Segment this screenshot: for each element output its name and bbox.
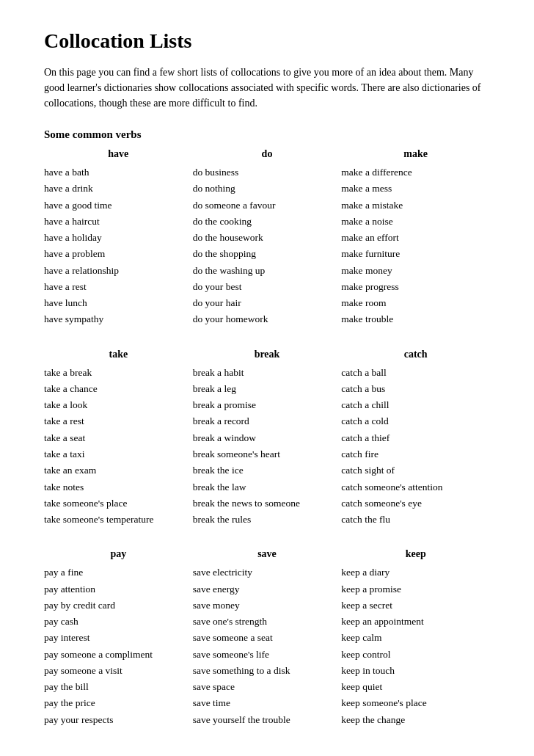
- col-save-header: save: [193, 548, 342, 560]
- col-break-header: break: [193, 349, 342, 360]
- list-item: break a leg: [193, 381, 342, 397]
- list-item: keep a diary: [341, 564, 490, 581]
- page-title: Collocation Lists: [44, 29, 490, 53]
- list-item: pay interest: [44, 630, 193, 646]
- list-item: catch someone's attention: [341, 479, 490, 495]
- list-item: make a mess: [341, 181, 490, 197]
- list-item: have a bath: [44, 164, 193, 181]
- list-item: make money: [341, 263, 490, 279]
- list-item: do the housework: [193, 230, 342, 246]
- list-item: have a rest: [44, 279, 193, 295]
- list-item: save someone a seat: [193, 630, 342, 646]
- list-item: do someone a favour: [193, 197, 342, 214]
- col-catch-header: catch: [341, 349, 490, 360]
- list-item: have a holiday: [44, 230, 193, 246]
- list-item: pay someone a compliment: [44, 647, 193, 663]
- list-item: save time: [193, 695, 342, 711]
- list-item: pay by credit card: [44, 597, 193, 614]
- col-break: break break a habit break a leg break a …: [193, 349, 342, 528]
- list-item: keep someone's place: [341, 695, 490, 711]
- col-make: make make a difference make a mess make …: [341, 148, 490, 328]
- list-item: take a look: [44, 397, 193, 413]
- list-item: do your homework: [193, 311, 342, 327]
- list-item: save money: [193, 597, 342, 614]
- list-item: do your hair: [193, 295, 342, 311]
- list-item: pay your respects: [44, 712, 193, 728]
- col-catch-list: catch a ball catch a bus catch a chill c…: [341, 365, 490, 528]
- list-item: pay someone a visit: [44, 663, 193, 679]
- list-item: take a taxi: [44, 446, 193, 462]
- col-make-list: make a difference make a mess make a mis…: [341, 164, 490, 328]
- list-item: make an effort: [341, 230, 490, 246]
- list-item: take notes: [44, 479, 193, 495]
- list-item: have sympathy: [44, 311, 193, 327]
- list-item: have lunch: [44, 295, 193, 311]
- list-item: do the cooking: [193, 214, 342, 230]
- list-item: save energy: [193, 581, 342, 597]
- list-item: break the law: [193, 479, 342, 495]
- list-item: catch the flu: [341, 512, 490, 528]
- col-keep: keep keep a diary keep a promise keep a …: [341, 548, 490, 728]
- group-pay-save-keep: pay pay a fine pay attention pay by cred…: [44, 548, 490, 728]
- list-item: break a promise: [193, 397, 342, 413]
- col-catch: catch catch a ball catch a bus catch a c…: [341, 349, 490, 528]
- list-item: keep a promise: [341, 581, 490, 597]
- list-item: do nothing: [193, 181, 342, 197]
- list-item: break the news to someone: [193, 495, 342, 512]
- group-take-break-catch: take take a break take a chance take a l…: [44, 349, 490, 528]
- list-item: keep in touch: [341, 663, 490, 679]
- list-item: save one's strength: [193, 614, 342, 630]
- col-do: do do business do nothing do someone a f…: [193, 148, 342, 328]
- list-item: pay attention: [44, 581, 193, 597]
- col-save: save save electricity save energy save m…: [193, 548, 342, 728]
- col-pay-list: pay a fine pay attention pay by credit c…: [44, 564, 193, 728]
- col-break-list: break a habit break a leg break a promis…: [193, 365, 342, 528]
- list-item: break the ice: [193, 462, 342, 479]
- list-item: do the washing up: [193, 263, 342, 279]
- list-item: save space: [193, 679, 342, 695]
- col-have: have have a bath have a drink have a goo…: [44, 148, 193, 328]
- list-item: save someone's life: [193, 647, 342, 663]
- list-item: catch a chill: [341, 397, 490, 413]
- col-take-list: take a break take a chance take a look t…: [44, 365, 193, 528]
- list-item: save electricity: [193, 564, 342, 581]
- list-item: make progress: [341, 279, 490, 295]
- list-item: pay a fine: [44, 564, 193, 581]
- col-take-header: take: [44, 349, 193, 360]
- list-item: do the shopping: [193, 246, 342, 262]
- list-item: keep the change: [341, 712, 490, 728]
- col-take: take take a break take a chance take a l…: [44, 349, 193, 528]
- list-item: keep calm: [341, 630, 490, 646]
- list-item: catch sight of: [341, 462, 490, 479]
- col-keep-list: keep a diary keep a promise keep a secre…: [341, 564, 490, 728]
- col-pay-header: pay: [44, 548, 193, 560]
- intro-text: On this page you can find a few short li…: [44, 65, 490, 111]
- list-item: catch a cold: [341, 413, 490, 429]
- list-item: pay the bill: [44, 679, 193, 695]
- list-item: pay cash: [44, 614, 193, 630]
- list-item: break a record: [193, 413, 342, 429]
- list-item: do business: [193, 164, 342, 181]
- list-item: take a chance: [44, 381, 193, 397]
- list-item: take an exam: [44, 462, 193, 479]
- list-item: save yourself the trouble: [193, 712, 342, 728]
- list-item: catch fire: [341, 446, 490, 462]
- list-item: pay the price: [44, 695, 193, 711]
- list-item: make a difference: [341, 164, 490, 181]
- list-item: keep an appointment: [341, 614, 490, 630]
- list-item: make trouble: [341, 311, 490, 327]
- list-item: have a problem: [44, 246, 193, 262]
- list-item: break a window: [193, 430, 342, 446]
- list-item: make a noise: [341, 214, 490, 230]
- col-pay: pay pay a fine pay attention pay by cred…: [44, 548, 193, 728]
- list-item: have a haircut: [44, 214, 193, 230]
- col-make-header: make: [341, 148, 490, 160]
- list-item: take someone's temperature: [44, 512, 193, 528]
- list-item: take a break: [44, 365, 193, 381]
- list-item: make furniture: [341, 246, 490, 262]
- list-item: keep a secret: [341, 597, 490, 614]
- col-keep-header: keep: [341, 548, 490, 560]
- list-item: keep control: [341, 647, 490, 663]
- col-save-list: save electricity save energy save money …: [193, 564, 342, 728]
- list-item: have a relationship: [44, 263, 193, 279]
